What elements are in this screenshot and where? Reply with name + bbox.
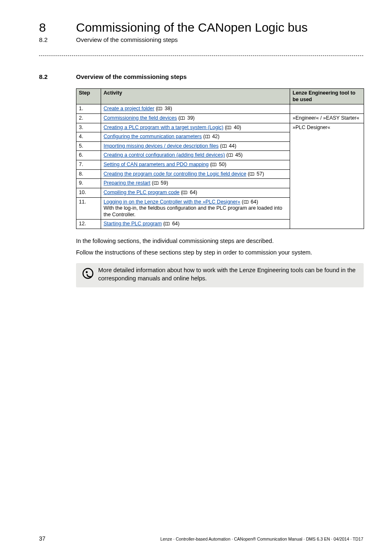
book-icon	[244, 200, 249, 204]
page-footer: 37 Lenze · Controller-based Automation ·…	[39, 535, 363, 542]
table-row: 2.Commissioning the field devices ( 39)»…	[76, 113, 364, 123]
page-ref: ( 42)	[203, 134, 220, 139]
page-ref: ( 64)	[181, 190, 197, 195]
cell-activity: Setting of CAN parameters and PDO mappin…	[101, 160, 290, 170]
book-icon	[212, 163, 217, 167]
section-number: 8.2	[39, 73, 76, 80]
activity-link[interactable]: Commissioning the field devices	[104, 115, 177, 121]
page-ref: ( 59)	[152, 180, 168, 186]
book-icon	[154, 181, 159, 185]
cell-step: 9.	[76, 179, 101, 188]
cell-step: 4.	[76, 132, 101, 142]
cell-activity: Preparing the restart ( 59)	[101, 179, 290, 188]
cell-tool	[290, 104, 364, 114]
th-activity: Activity	[101, 89, 290, 104]
table-row: 3.Creating a PLC program with a target s…	[76, 123, 364, 132]
cell-step: 8.	[76, 169, 101, 179]
cell-activity: Commissioning the field devices ( 39)	[101, 113, 290, 123]
activity-link[interactable]: Starting the PLC program	[104, 221, 162, 227]
tip-text: More detailed information about how to w…	[98, 266, 358, 282]
table-row: 1.Create a project folder ( 38)	[76, 104, 364, 114]
cell-activity: Compiling the PLC program code ( 64)	[101, 188, 290, 197]
cell-activity: Importing missing devices / device descr…	[101, 141, 290, 151]
book-icon	[165, 222, 170, 226]
th-tool: Lenze Engineering tool to be used	[290, 89, 364, 104]
page-ref: ( 64)	[163, 221, 180, 227]
activity-link[interactable]: Importing missing devices / device descr…	[104, 143, 219, 149]
book-icon	[180, 116, 185, 120]
book-icon	[157, 107, 162, 111]
chapter-header: 8 Commissioning of the CANopen Logic bus	[39, 21, 363, 35]
cell-step: 6.	[76, 151, 101, 160]
book-icon	[182, 191, 187, 195]
body-paragraph-1: In the following sections, the individua…	[76, 237, 363, 245]
book-icon	[222, 144, 227, 148]
cell-step: 1.	[76, 104, 101, 114]
activity-link[interactable]: Compiling the PLC program code	[104, 190, 180, 195]
book-icon	[226, 126, 231, 130]
cell-step: 10.	[76, 188, 101, 197]
activity-link[interactable]: Creating a control configuration (adding…	[104, 152, 225, 158]
page-ref: ( 44)	[220, 143, 236, 149]
cell-step: 5.	[76, 141, 101, 151]
cell-step: 7.	[76, 160, 101, 170]
section-heading: 8.2 Overview of the commissioning steps	[39, 73, 363, 80]
book-icon	[205, 135, 210, 139]
cell-tool: »PLC Designer«	[290, 123, 364, 229]
activity-link[interactable]: Preparing the restart	[104, 180, 150, 186]
chapter-number: 8	[39, 21, 76, 35]
activity-link[interactable]: Creating the program code for controllin…	[104, 171, 246, 177]
cell-step: 11.	[76, 197, 101, 220]
cell-activity: Starting the PLC program ( 64)	[101, 220, 290, 229]
chapter-subheader: 8.2 Overview of the commissioning steps	[39, 36, 363, 43]
activity-link[interactable]: Creating a PLC program with a target sys…	[104, 125, 224, 130]
activity-link[interactable]: Setting of CAN parameters and PDO mappin…	[104, 162, 209, 167]
page-ref: ( 57)	[248, 171, 264, 177]
page-ref: ( 39)	[178, 115, 195, 121]
activity-link[interactable]: Configuring the communication parameters	[104, 134, 202, 139]
commissioning-steps-table: Step Activity Lenze Engineering tool to …	[76, 88, 364, 229]
cell-activity: Creating a PLC program with a target sys…	[101, 123, 290, 132]
section-title: Overview of the commissioning steps	[76, 73, 187, 80]
tip-box: More detailed information about how to w…	[76, 263, 364, 287]
cell-activity: Logging in on the Lenze Controller with …	[101, 197, 290, 220]
page-ref: ( 45)	[226, 152, 243, 158]
activity-link[interactable]: Logging in on the Lenze Controller with …	[104, 199, 240, 205]
svg-point-13	[86, 271, 88, 273]
sub-title: Overview of the commissioning steps	[76, 36, 178, 43]
page-ref: ( 50)	[210, 162, 226, 167]
tip-icon	[82, 266, 98, 282]
cell-tool: »Engineer« / »EASY Starter«	[290, 113, 364, 123]
page-ref: ( 38)	[156, 106, 172, 111]
activity-extra: With the log-in, the fieldbus configurat…	[104, 205, 282, 217]
svg-point-12	[83, 268, 93, 278]
cell-step: 2.	[76, 113, 101, 123]
page-number: 37	[39, 535, 46, 542]
page-ref: ( 40)	[225, 125, 241, 130]
activity-link[interactable]: Create a project folder	[104, 106, 154, 111]
book-icon	[228, 153, 233, 157]
divider	[39, 56, 363, 56]
cell-activity: Configuring the communication parameters…	[101, 132, 290, 142]
cell-activity: Creating a control configuration (adding…	[101, 151, 290, 160]
body-paragraph-2: Follow the instructions of these section…	[76, 249, 363, 257]
cell-activity: Create a project folder ( 38)	[101, 104, 290, 114]
th-step: Step	[76, 89, 101, 104]
sub-number: 8.2	[39, 36, 76, 43]
table-header-row: Step Activity Lenze Engineering tool to …	[76, 89, 364, 104]
cell-activity: Creating the program code for controllin…	[101, 169, 290, 179]
book-icon	[249, 172, 254, 176]
cell-step: 12.	[76, 220, 101, 229]
footer-line: Lenze · Controller-based Automation · CA…	[160, 536, 363, 541]
cell-step: 3.	[76, 123, 101, 132]
page-ref: ( 64)	[242, 199, 258, 205]
chapter-title: Commissioning of the CANopen Logic bus	[76, 21, 308, 35]
